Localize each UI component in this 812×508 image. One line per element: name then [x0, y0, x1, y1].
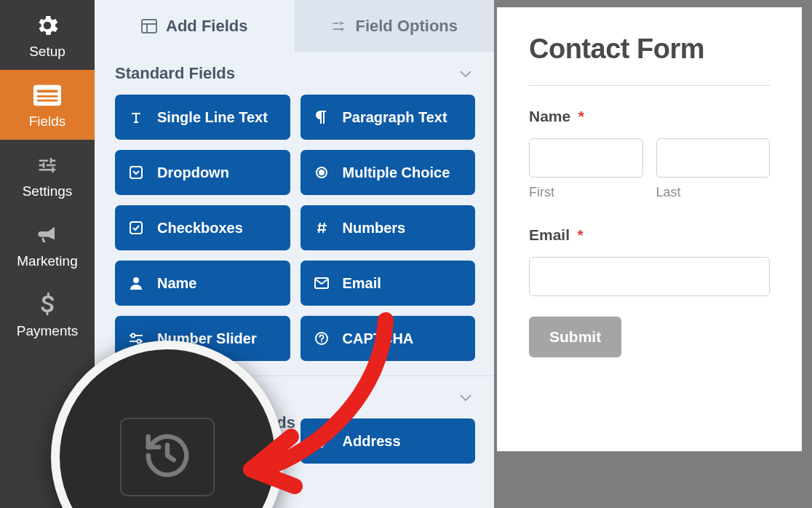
required-indicator: * — [578, 108, 584, 124]
slider-icon — [128, 333, 144, 344]
svg-point-16 — [321, 341, 322, 343]
last-name-input[interactable] — [656, 138, 771, 178]
section-standard-fields[interactable]: Standard Fields — [95, 52, 494, 95]
sidebar-item-label: Setup — [29, 44, 65, 60]
field-label: Address — [343, 433, 401, 450]
options-icon — [330, 19, 346, 33]
tab-add-fields[interactable]: Add Fields — [95, 0, 295, 52]
name-field-group: Name * First Last — [529, 108, 770, 200]
svg-point-11 — [133, 277, 139, 283]
sublabel-last: Last — [656, 185, 771, 200]
field-numbers[interactable]: Numbers — [300, 205, 476, 250]
dollar-icon — [33, 293, 62, 317]
text-icon — [128, 111, 144, 124]
form-preview-pane: Contact Form Name * First Last — [497, 0, 812, 508]
bullhorn-icon — [33, 223, 62, 247]
chevron-down-icon — [459, 64, 472, 83]
field-email[interactable]: Email — [300, 261, 476, 306]
svg-point-14 — [138, 340, 141, 344]
section-title: Standard Fields — [115, 64, 235, 83]
field-label: Paragraph Text — [343, 109, 447, 126]
radio-icon — [314, 166, 330, 179]
svg-rect-3 — [37, 100, 58, 102]
question-icon — [314, 332, 330, 345]
form-title: Contact Form — [529, 33, 770, 65]
svg-point-13 — [132, 334, 135, 338]
tab-label: Field Options — [355, 17, 458, 36]
field-captcha[interactable]: CAPTCHA — [300, 316, 476, 361]
field-single-line-text[interactable]: Single Line Text — [115, 95, 290, 140]
svg-rect-10 — [130, 222, 142, 234]
field-label: Email — [343, 275, 381, 292]
field-paragraph-text[interactable]: Paragraph Text — [300, 95, 476, 140]
history-icon — [142, 430, 193, 484]
form-preview: Contact Form Name * First Last — [497, 7, 802, 451]
dropdown-icon — [128, 166, 144, 179]
layout-icon — [141, 19, 157, 33]
field-label: Numbers — [343, 220, 406, 237]
field-multiple-choice[interactable]: Multiple Choice — [300, 150, 476, 195]
divider — [529, 85, 770, 86]
standard-fields-grid: Single Line Text Paragraph Text Dropdown… — [95, 95, 494, 371]
sidebar-item-label: Fields — [29, 114, 66, 130]
form-icon — [33, 83, 62, 108]
field-address[interactable]: Address — [300, 418, 476, 464]
sidebar-item-setup[interactable]: Setup — [0, 0, 95, 70]
gear-icon — [33, 13, 62, 38]
field-checkboxes[interactable]: Checkboxes — [115, 205, 290, 250]
field-label: Single Line Text — [157, 109, 268, 126]
field-label: Dropdown — [157, 164, 229, 181]
submit-button[interactable]: Submit — [529, 317, 621, 357]
fields-panel: Add Fields Field Options Standard Fields… — [95, 0, 497, 508]
svg-rect-1 — [37, 90, 58, 92]
field-label: Checkboxes — [157, 220, 243, 237]
email-input[interactable] — [529, 257, 770, 296]
checkbox-icon — [128, 221, 144, 234]
panel-tabs: Add Fields Field Options — [95, 0, 494, 52]
field-label: Name — [157, 275, 196, 292]
email-field-group: Email * — [529, 226, 770, 296]
field-label: CAPTCHA — [343, 330, 414, 347]
required-indicator: * — [577, 226, 583, 243]
field-dropdown[interactable]: Dropdown — [115, 150, 290, 195]
hash-icon — [314, 221, 330, 234]
user-icon — [128, 277, 144, 290]
sidebar-item-payments[interactable]: Payments — [0, 279, 95, 349]
sidebar-item-label: Payments — [17, 323, 78, 339]
svg-point-9 — [319, 170, 324, 175]
sidebar-item-label: Settings — [23, 183, 73, 199]
field-label: Multiple Choice — [343, 164, 450, 181]
envelope-icon — [314, 277, 330, 289]
sliders-icon — [33, 153, 62, 178]
tab-field-options[interactable]: Field Options — [295, 0, 495, 52]
sidebar-item-marketing[interactable]: Marketing — [0, 210, 95, 279]
chevron-down-icon — [459, 388, 472, 407]
tab-label: Add Fields — [166, 17, 247, 36]
map-pin-icon — [314, 434, 330, 448]
field-label-email: Email — [529, 226, 570, 243]
field-label-name: Name — [529, 108, 570, 124]
svg-rect-2 — [37, 95, 58, 98]
svg-rect-7 — [130, 167, 142, 178]
sidebar-item-settings[interactable]: Settings — [0, 140, 95, 210]
first-name-input[interactable] — [529, 138, 643, 178]
revisions-button[interactable] — [120, 418, 215, 496]
paragraph-icon — [314, 111, 330, 124]
field-name[interactable]: Name — [115, 261, 290, 306]
sublabel-first: First — [529, 185, 643, 200]
sidebar-item-label: Marketing — [17, 253, 77, 269]
sidebar-item-fields[interactable]: Fields — [0, 70, 95, 140]
svg-rect-4 — [142, 20, 156, 33]
